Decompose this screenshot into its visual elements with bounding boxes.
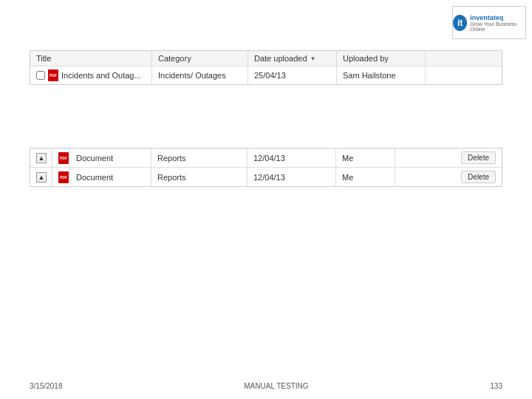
cell-doc-uploaded-1: Me bbox=[336, 149, 395, 167]
cell-delete-1: Delete bbox=[395, 149, 502, 167]
footer-center: MANUAL TESTING bbox=[244, 382, 308, 390]
pdf-icon: PDF bbox=[58, 152, 69, 164]
logo-tagline: Grow Your Business Online bbox=[470, 21, 525, 32]
cell-extra bbox=[426, 66, 502, 84]
expand-icon[interactable]: ▲ bbox=[36, 153, 47, 163]
logo-area: it inventateq Grow Your Business Online bbox=[452, 6, 526, 39]
pdf-icon: PDF bbox=[48, 69, 58, 81]
expand-cell-1[interactable]: ▲ bbox=[30, 149, 52, 167]
header-extra bbox=[426, 51, 502, 66]
cell-doc-date-1: 12/04/13 bbox=[248, 149, 336, 167]
logo-brand: inventateq bbox=[470, 14, 525, 21]
row-checkbox[interactable] bbox=[36, 71, 45, 80]
cell-doc-title-1: Document bbox=[70, 149, 151, 167]
cell-delete-2: Delete bbox=[395, 168, 502, 186]
table-row: ▲ PDF Document Reports 12/04/13 Me Delet… bbox=[30, 168, 502, 186]
cell-title: PDF Incidents and Outag... bbox=[30, 66, 152, 84]
footer: 3/15/2018 MANUAL TESTING 133 bbox=[30, 382, 502, 390]
expand-icon[interactable]: ▲ bbox=[36, 172, 47, 183]
delete-button-2[interactable]: Delete bbox=[461, 171, 496, 183]
table-row: PDF Incidents and Outag... Incidents/ Ou… bbox=[30, 66, 502, 84]
cell-doc-date-2: 12/04/13 bbox=[248, 168, 336, 186]
logo-icon: it bbox=[453, 15, 467, 31]
table-row: ▲ PDF Document Reports 12/04/13 Me Delet… bbox=[30, 149, 502, 168]
pdf-icon: PDF bbox=[58, 171, 69, 183]
cell-category: Incidents/ Outages bbox=[152, 66, 248, 84]
header-date[interactable]: Date uploaded ▼ bbox=[248, 51, 337, 66]
header-uploaded-by: Uploaded by bbox=[337, 51, 426, 66]
header-category: Category bbox=[152, 51, 248, 66]
delete-button-1[interactable]: Delete bbox=[461, 151, 496, 164]
footer-page: 133 bbox=[490, 382, 502, 390]
bottom-table: ▲ PDF Document Reports 12/04/13 Me Delet… bbox=[30, 148, 502, 187]
cell-doc-category-1: Reports bbox=[151, 149, 248, 167]
cell-uploaded-by: Sam Hailstone bbox=[337, 66, 426, 84]
cell-date: 25/04/13 bbox=[248, 66, 337, 84]
expand-cell-2[interactable]: ▲ bbox=[30, 168, 52, 186]
sort-icon: ▼ bbox=[310, 55, 316, 62]
cell-doc-category-2: Reports bbox=[151, 168, 248, 186]
cell-doc-uploaded-2: Me bbox=[336, 168, 395, 186]
header-title: Title bbox=[30, 51, 152, 66]
top-table-header-row: Title Category Date uploaded ▼ Uploaded … bbox=[30, 51, 502, 66]
footer-date: 3/15/2018 bbox=[30, 382, 63, 390]
pdf-cell-2: PDF bbox=[52, 168, 70, 186]
top-table: Title Category Date uploaded ▼ Uploaded … bbox=[30, 50, 502, 85]
cell-doc-title-2: Document bbox=[70, 168, 151, 186]
pdf-cell-1: PDF bbox=[52, 149, 70, 167]
